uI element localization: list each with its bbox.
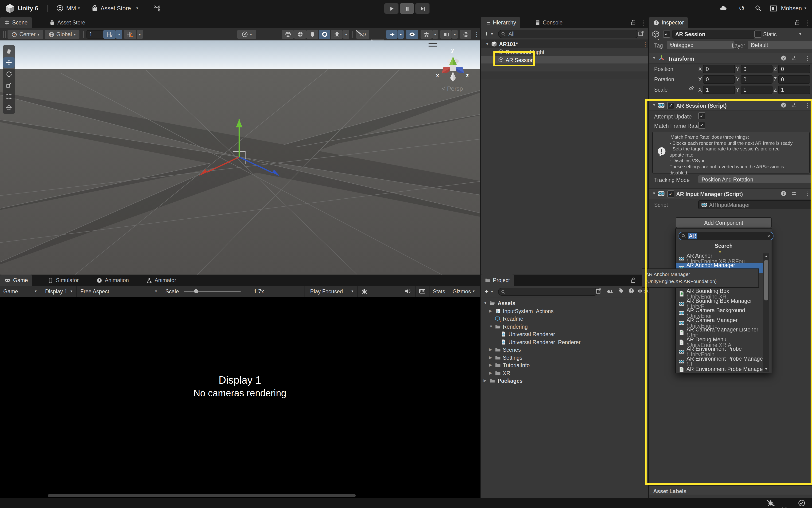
add-component-button[interactable]: Add Component: [676, 217, 772, 228]
modified-filter-icon[interactable]: [628, 288, 634, 294]
asset-store-menu[interactable]: Asset Store: [100, 6, 131, 12]
layers-caret[interactable]: ▾: [432, 30, 438, 39]
gizmos-sphere-dropdown[interactable]: [460, 30, 471, 39]
asset-filter-icon[interactable]: [607, 288, 613, 294]
tab-scene[interactable]: Scene: [0, 17, 32, 28]
asset-labels-bar[interactable]: Asset Labels: [649, 485, 812, 496]
debug-draw-caret[interactable]: ▾: [343, 30, 349, 39]
panel-menu-icon[interactable]: ⋮: [805, 20, 811, 27]
open-new-window-icon[interactable]: [638, 30, 644, 37]
tree-row[interactable]: ▶ Scenes: [481, 346, 648, 353]
expander-icon[interactable]: ▼: [652, 192, 656, 196]
presets-icon[interactable]: [791, 55, 797, 61]
script-object-field[interactable]: ARInputManager ⊙: [698, 200, 812, 209]
snap-increment-caret[interactable]: ▾: [137, 30, 143, 39]
gameobject-icon-caret[interactable]: ▾: [658, 38, 659, 41]
drag-handle[interactable]: [5, 31, 5, 38]
component-enabled-checkbox[interactable]: ✓: [667, 190, 674, 198]
ok-status-icon[interactable]: [798, 499, 805, 507]
create-button[interactable]: +: [485, 30, 489, 38]
scale-slider-track[interactable]: [184, 291, 240, 292]
ar-input-manager-header[interactable]: ▼ ✓ AR Input Manager (Script) ⋮: [649, 188, 812, 199]
create-button[interactable]: +: [485, 288, 489, 295]
search-icon[interactable]: [755, 5, 762, 12]
grid-visibility-toggle[interactable]: [103, 30, 116, 39]
match-frame-rate-checkbox[interactable]: ✓: [698, 122, 705, 129]
tree-row[interactable]: ▼ Assets: [481, 299, 648, 307]
help-icon[interactable]: [780, 55, 786, 61]
scene-toolbar-menu-icon[interactable]: ⋮: [473, 31, 480, 38]
tag-dropdown[interactable]: Untagged ▾: [667, 41, 734, 49]
debug-bug-icon[interactable]: [361, 288, 368, 295]
gameobject-row[interactable]: Directional Light: [481, 48, 648, 56]
pause-button[interactable]: [400, 3, 414, 14]
gizmos-button[interactable]: Gizmos: [453, 289, 471, 295]
tab-game[interactable]: Game: [0, 274, 32, 286]
mute-audio-icon[interactable]: [404, 288, 411, 295]
static-caret-icon[interactable]: ▾: [799, 33, 801, 37]
rotation-y-field[interactable]: 0: [740, 75, 772, 84]
tab-asset-store[interactable]: Asset Store: [45, 17, 90, 28]
transform-tool-button[interactable]: [3, 102, 14, 113]
history-icon[interactable]: ↺: [739, 4, 745, 12]
component-menu-icon[interactable]: ⋮: [805, 191, 810, 197]
game-viewport[interactable]: Display 1 No cameras rendering: [0, 297, 480, 494]
expander-icon[interactable]: ▶: [489, 371, 492, 375]
layout-icon[interactable]: [770, 5, 777, 12]
component-item[interactable]: AR Camera Background (UnityEngi: [676, 308, 765, 318]
component-item[interactable]: AR Environment Probe Manager Lis: [676, 366, 765, 372]
rect-tool-button[interactable]: [3, 91, 14, 101]
visibility-eye-icon[interactable]: [637, 288, 643, 294]
tab-animation[interactable]: Animation: [92, 274, 133, 286]
scene-row-menu-icon[interactable]: ⋮: [642, 41, 648, 47]
tree-row[interactable]: ▶ Packages: [481, 377, 648, 384]
game-mode-dropdown[interactable]: Game: [3, 289, 18, 295]
tab-console[interactable]: Console: [531, 17, 567, 28]
dropdown-scrollbar[interactable]: ▲: [763, 253, 769, 372]
transform-header[interactable]: ▼ Transform ⋮: [649, 53, 812, 64]
scroll-up-icon[interactable]: ▲: [765, 254, 768, 258]
static-checkbox[interactable]: [754, 31, 761, 38]
lock-icon[interactable]: [630, 19, 637, 26]
tree-row[interactable]: ▼ Rendering: [481, 322, 648, 330]
2d-view-toggle[interactable]: 2D: [356, 30, 369, 39]
play-focus-dropdown[interactable]: Play Focused: [310, 289, 343, 295]
tool-handle-rotation-dropdown[interactable]: Global ▾: [45, 30, 79, 39]
presets-icon[interactable]: [791, 102, 797, 108]
cache-server-disconnected-icon[interactable]: [782, 507, 790, 508]
help-icon[interactable]: [780, 102, 786, 108]
game-hscrollbar[interactable]: [0, 494, 480, 498]
expander-icon[interactable]: ▶: [489, 309, 492, 313]
perspective-label[interactable]: < Persp: [442, 86, 463, 92]
position-z-field[interactable]: 0: [778, 65, 810, 73]
tree-row[interactable]: Universal Renderer: [481, 330, 648, 338]
component-item[interactable]: AR Camera Manager (UnityEngine.: [676, 318, 765, 328]
tab-hierarchy[interactable]: Hierarchy: [481, 17, 520, 28]
camera-preview-dropdown[interactable]: [440, 30, 452, 39]
scene-viewport[interactable]: y x z < Persp ◈ XB: [0, 40, 480, 274]
expander-icon[interactable]: ▼: [484, 301, 487, 306]
tree-row[interactable]: ▶ InputSystem_Actions: [481, 307, 648, 314]
label-filter-icon[interactable]: [618, 288, 624, 294]
stats-button[interactable]: Stats: [433, 289, 445, 295]
lock-icon[interactable]: [794, 19, 801, 26]
project-search-input[interactable]: [498, 288, 598, 296]
scene-effects-toggle[interactable]: [386, 30, 398, 39]
component-enabled-checkbox[interactable]: ✓: [667, 102, 674, 109]
grid-visibility-caret[interactable]: ▾: [116, 30, 122, 39]
position-y-field[interactable]: 0: [740, 65, 772, 73]
tree-row[interactable]: ▶ XR: [481, 369, 648, 377]
user-menu[interactable]: Mohsen: [781, 6, 802, 12]
drag-handle[interactable]: [3, 31, 3, 38]
component-search-input[interactable]: AR ×: [679, 232, 773, 240]
component-item[interactable]: AR Environment Probe (UnityEngin: [676, 347, 765, 356]
expander-icon[interactable]: ▼: [485, 42, 489, 47]
component-menu-icon[interactable]: ⋮: [805, 55, 810, 61]
tool-handle-position-dropdown[interactable]: Center ▾: [7, 30, 43, 39]
component-menu-icon[interactable]: ⋮: [805, 102, 810, 109]
ar-session-header[interactable]: ▼ ✓ AR Session (Script) ⋮: [649, 100, 812, 111]
tree-row[interactable]: Readme: [481, 314, 648, 322]
expander-icon[interactable]: ▶: [489, 364, 492, 368]
scene-visibility-toggle[interactable]: [406, 30, 418, 39]
expander-icon[interactable]: ▼: [489, 325, 493, 329]
